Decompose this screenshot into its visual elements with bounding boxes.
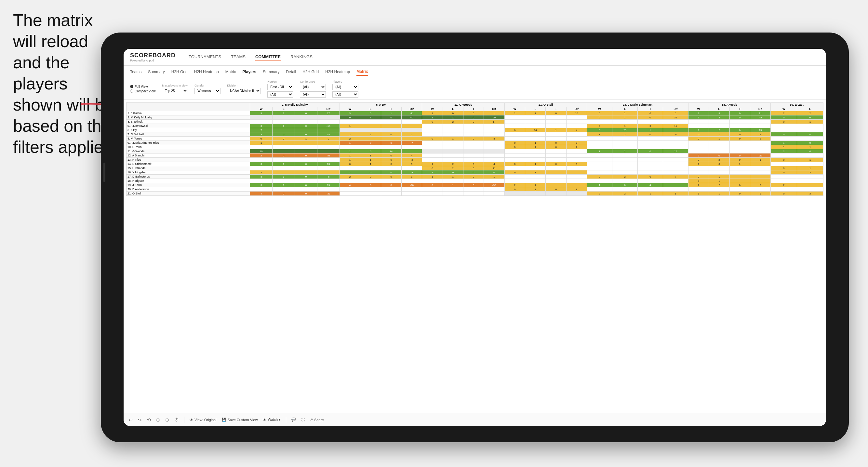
matrix-cell [750,162,770,166]
col-header-webb: 38. A Webb [688,103,770,107]
matrix-cell [612,158,638,162]
matrix-cell [612,162,638,166]
matrix-cell [525,158,546,162]
conference-filter: Conference (All) (All) [300,80,326,98]
timer-icon[interactable]: ⏱ [174,417,179,423]
comment-btn[interactable]: 💬 [291,417,296,422]
matrix-cell [422,132,443,136]
matrix-cell: -33 [484,183,504,187]
matrix-cell [797,175,824,179]
matrix-cell [463,187,484,191]
watch-btn[interactable]: 👁 Watch ▾ [263,417,281,422]
sub-nav-detail[interactable]: Detail [286,68,296,75]
matrix-cell: 0 [638,116,663,120]
save-custom-view-btn[interactable]: 💾 Save Custom View [222,417,258,422]
players-sub-select[interactable]: (All) [332,91,359,98]
matrix-cell [546,116,566,120]
nav-teams[interactable]: TEAMS [231,53,246,61]
undo-icon[interactable]: ↩ [129,417,133,423]
sub-nav-summary-1[interactable]: Summary [148,68,164,75]
sub-nav-h2h-grid-2[interactable]: H2H Grid [303,68,319,75]
matrix-cell: 18 [317,132,340,136]
matrix-cell [688,141,709,145]
matrix-cell: 7 [250,128,273,132]
matrix-cell: -7 [401,141,422,145]
sub-nav-matrix-1[interactable]: Matrix [225,68,236,75]
compact-view-option[interactable]: Compact View [130,89,155,93]
player-name-cell: 20. E Andersson [126,187,250,191]
matrix-cell: 0 [504,187,525,191]
matrix-cell [525,154,546,158]
zoom-out-icon[interactable]: ⊖ [165,417,169,423]
player-name-cell: 18. Hodgson [126,179,250,183]
logo-powered: Powered by clippd [130,59,176,62]
region-select[interactable]: East - DII [267,84,293,90]
conference-select[interactable]: (All) [300,84,326,90]
sub-nav-teams[interactable]: Teams [130,68,142,75]
matrix-cell [663,120,688,124]
matrix-cell [638,158,663,162]
nav-committee[interactable]: COMMITTEE [255,53,281,61]
division-select[interactable]: NCAA Division II [227,88,261,94]
matrix-cell: 3 [422,183,443,187]
matrix-cell: 4 [340,183,360,187]
matrix-cell: 0 [381,158,401,162]
sub-nav-h2h-grid-1[interactable]: H2H Grid [172,68,188,75]
fullscreen-btn[interactable]: ⛶ [301,418,305,422]
redo-icon[interactable]: ↪ [138,417,142,423]
sub-nav-h2h-heatmap-1[interactable]: H2H Heatmap [194,68,219,75]
matrix-cell: 1 [638,128,663,132]
sub-nav-matrix-2[interactable]: Matrix [356,68,368,76]
matrix-cell: 1 [525,162,546,166]
matrix-table: 2. M Kelly Mulcahy 6. A Dy 11. G Woods 2… [126,102,824,196]
max-players-select[interactable]: Top 25 [162,88,188,94]
matrix-cell [612,120,638,124]
view-original-btn[interactable]: 👁 View: Original [190,418,217,422]
matrix-cell: 0 [546,162,566,166]
conference-sub-select[interactable]: (All) [300,91,326,98]
zoom-in-icon[interactable]: ⊕ [156,417,160,423]
matrix-cell [401,136,422,141]
matrix-cell: 14 [525,128,546,132]
matrix-cell [663,187,688,191]
matrix-cell: 13 [317,183,340,187]
col-w-5: W [587,107,612,111]
matrix-cell [546,124,566,128]
matrix-cell [317,128,340,132]
matrix-cell [525,116,546,120]
matrix-cell: 7 [663,175,688,179]
matrix-cell [401,179,422,183]
matrix-cell [546,154,566,158]
matrix-cell [771,136,797,141]
matrix-cell [443,145,463,149]
gender-select[interactable]: Women's [194,88,220,94]
matrix-cell: 25 [612,128,638,132]
nav-rankings[interactable]: RANKINGS [290,53,313,61]
matrix-cell [771,175,797,179]
sub-nav-summary-2[interactable]: Summary [263,68,279,75]
matrix-cell [294,187,317,191]
matrix-cell: 1 [688,116,709,120]
region-sub-select[interactable]: (All) [267,91,293,98]
matrix-cell: 0 [273,136,295,141]
refresh-icon[interactable]: ⟲ [147,417,151,423]
full-view-option[interactable]: Full View [130,85,155,89]
nav-tournaments[interactable]: TOURNAMENTS [189,53,221,61]
matrix-cell: 3 [250,111,273,116]
matrix-cell: 2 [612,175,638,179]
matrix-cell [340,166,360,170]
sub-nav-h2h-heatmap-2[interactable]: H2H Heatmap [325,68,350,75]
table-row: 5. A Nomrowski310-13101011 [126,124,824,128]
share-btn[interactable]: ↗ Share [310,417,323,422]
sub-nav-players[interactable]: Players [242,68,256,75]
matrix-cell [771,128,797,132]
matrix-cell: 0 [463,116,484,120]
comment-icon: 💬 [291,417,296,422]
matrix-cell [638,141,663,145]
matrix-area[interactable]: 2. M Kelly Mulcahy 6. A Dy 11. G Woods 2… [124,100,826,413]
table-row: 13. N Klug110-2020101 [126,158,824,162]
matrix-cell [504,116,525,120]
players-select[interactable]: (All) [332,84,359,90]
matrix-cell: 0 [730,111,750,116]
full-view-label: Full View [135,85,148,89]
